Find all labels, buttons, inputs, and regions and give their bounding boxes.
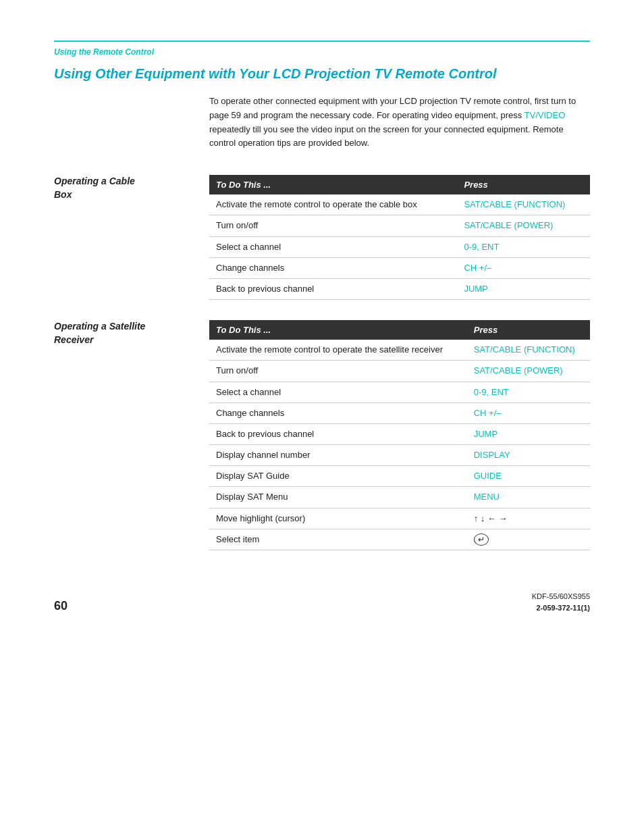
table-row: Back to previous channelJUMP bbox=[209, 423, 590, 444]
model-info: KDF-55/60XS955 2-059-372-11(1) bbox=[532, 591, 590, 613]
intro-section: To operate other connected equipment wit… bbox=[54, 95, 590, 151]
intro-text: To operate other connected equipment wit… bbox=[209, 95, 590, 151]
press-cell: CH +/– bbox=[457, 257, 590, 278]
press-cell: DISPLAY bbox=[467, 445, 590, 466]
model-line2: 2-059-372-11(1) bbox=[532, 602, 590, 614]
table-row: Activate the remote control to operate t… bbox=[209, 340, 590, 361]
press-cell: SAT/CABLE (POWER) bbox=[457, 215, 590, 236]
press-cell: JUMP bbox=[467, 423, 590, 444]
action-cell: Turn on/off bbox=[209, 215, 457, 236]
satellite-section: Operating a Satellite Receiver To Do Thi… bbox=[54, 320, 590, 550]
satellite-label: Operating a Satellite Receiver bbox=[54, 320, 209, 550]
action-cell: Select item bbox=[209, 529, 467, 550]
action-cell: Select a channel bbox=[209, 236, 457, 257]
page-number: 60 bbox=[54, 599, 68, 613]
press-cell: 0-9, ENT bbox=[467, 382, 590, 402]
intro-left-spacer bbox=[54, 95, 209, 151]
table-row: Move highlight (cursor)↑ ↓ ← → bbox=[209, 508, 590, 529]
action-cell: Change channels bbox=[209, 402, 467, 423]
action-cell: Activate the remote control to operate t… bbox=[209, 340, 467, 361]
satellite-col-press-header: Press bbox=[467, 320, 590, 340]
cable-box-table: To Do This ... Press Activate the remote… bbox=[209, 175, 590, 300]
table-row: Turn on/offSAT/CABLE (POWER) bbox=[209, 361, 590, 382]
press-cell: SAT/CABLE (FUNCTION) bbox=[467, 340, 590, 361]
intro-text-after: repeatedly till you see the video input … bbox=[209, 124, 564, 149]
table-row: Turn on/offSAT/CABLE (POWER) bbox=[209, 215, 590, 236]
press-cell: ↑ ↓ ← → bbox=[467, 508, 590, 529]
cable-box-col-action-header: To Do This ... bbox=[209, 175, 457, 194]
press-cell: SAT/CABLE (FUNCTION) bbox=[457, 194, 590, 215]
action-cell: Back to previous channel bbox=[209, 278, 457, 299]
action-cell: Back to previous channel bbox=[209, 423, 467, 444]
action-cell: Display channel number bbox=[209, 445, 467, 466]
action-cell: Display SAT Menu bbox=[209, 487, 467, 508]
cable-box-table-area: To Do This ... Press Activate the remote… bbox=[209, 175, 590, 300]
breadcrumb: Using the Remote Control bbox=[54, 47, 590, 57]
action-cell: Display SAT Guide bbox=[209, 466, 467, 487]
satellite-col-action-header: To Do This ... bbox=[209, 320, 467, 340]
table-row: Select a channel0-9, ENT bbox=[209, 236, 590, 257]
action-cell: Select a channel bbox=[209, 382, 467, 402]
tv-video-link: TV/VIDEO bbox=[525, 110, 566, 120]
action-cell: Move highlight (cursor) bbox=[209, 508, 467, 529]
table-row: Display channel numberDISPLAY bbox=[209, 445, 590, 466]
page-footer: 60 KDF-55/60XS955 2-059-372-11(1) bbox=[54, 591, 590, 613]
press-cell: SAT/CABLE (POWER) bbox=[467, 361, 590, 382]
press-cell: ↵ bbox=[467, 529, 590, 550]
intro-text-before: To operate other connected equipment wit… bbox=[209, 96, 576, 120]
cable-box-col-press-header: Press bbox=[457, 175, 590, 194]
table-row: Select a channel0-9, ENT bbox=[209, 382, 590, 402]
satellite-table: To Do This ... Press Activate the remote… bbox=[209, 320, 590, 550]
satellite-table-header-row: To Do This ... Press bbox=[209, 320, 590, 340]
cable-box-label: Operating a Cable Box bbox=[54, 175, 209, 300]
press-cell: JUMP bbox=[457, 278, 590, 299]
table-row: Change channelsCH +/– bbox=[209, 402, 590, 423]
press-cell: 0-9, ENT bbox=[457, 236, 590, 257]
action-cell: Change channels bbox=[209, 257, 457, 278]
top-rule bbox=[54, 41, 590, 42]
cable-box-section: Operating a Cable Box To Do This ... Pre… bbox=[54, 175, 590, 300]
press-cell: CH +/– bbox=[467, 402, 590, 423]
main-title: Using Other Equipment with Your LCD Proj… bbox=[54, 65, 590, 82]
press-cell: GUIDE bbox=[467, 466, 590, 487]
table-row: Back to previous channelJUMP bbox=[209, 278, 590, 299]
table-row: Activate the remote control to operate t… bbox=[209, 194, 590, 215]
action-cell: Activate the remote control to operate t… bbox=[209, 194, 457, 215]
table-row: Display SAT GuideGUIDE bbox=[209, 466, 590, 487]
satellite-table-area: To Do This ... Press Activate the remote… bbox=[209, 320, 590, 550]
table-row: Display SAT MenuMENU bbox=[209, 487, 590, 508]
cable-box-table-header-row: To Do This ... Press bbox=[209, 175, 590, 194]
press-cell: MENU bbox=[467, 487, 590, 508]
action-cell: Turn on/off bbox=[209, 361, 467, 382]
table-row: Select item↵ bbox=[209, 529, 590, 550]
table-row: Change channelsCH +/– bbox=[209, 257, 590, 278]
enter-circle-icon: ↵ bbox=[474, 533, 489, 546]
model-line1: KDF-55/60XS955 bbox=[532, 591, 590, 602]
